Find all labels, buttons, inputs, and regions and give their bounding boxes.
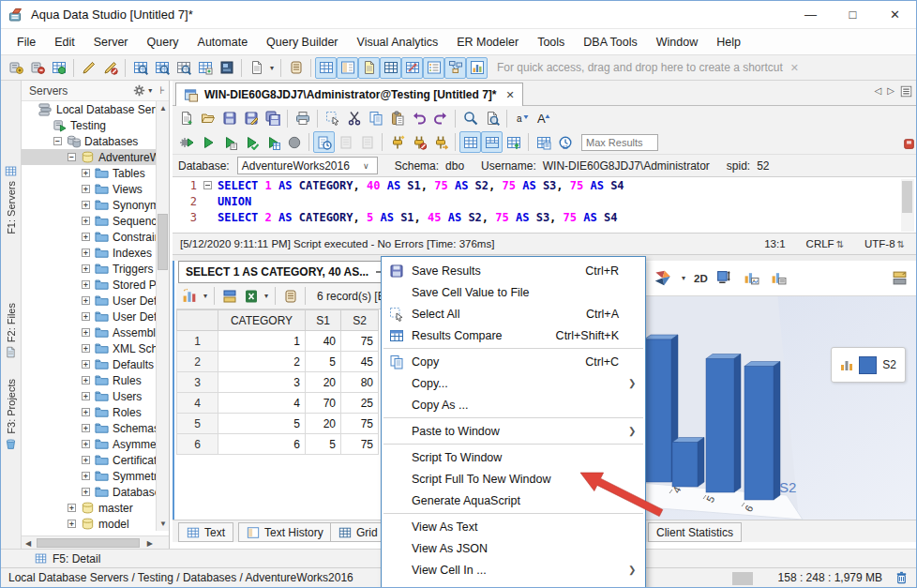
grid-cell[interactable]: 75 — [341, 434, 379, 455]
grid-cell[interactable]: 45 — [341, 352, 379, 372]
tree-vertical-scrollbar[interactable]: ▲ ▼ — [156, 101, 169, 531]
grid-cell[interactable]: 5 — [306, 352, 341, 372]
tree-item-indexes[interactable]: +Indexes — [22, 245, 157, 261]
editor-tab[interactable]: WIN-DIE60G8JDJ7\Administrator@Testing [U… — [175, 83, 523, 106]
form-view-icon[interactable] — [337, 57, 358, 79]
encoding-toggle-icon[interactable]: ⇅ — [897, 239, 905, 249]
menu-item-results-compare[interactable]: Results CompareCtrl+Shift+K — [382, 324, 645, 346]
tree-item-constraints[interactable]: +Constraints — [22, 229, 157, 245]
grid-cell[interactable]: 20 — [306, 372, 341, 393]
split-results-icon[interactable] — [481, 131, 503, 153]
grid-row-5[interactable]: 552075 — [177, 414, 379, 434]
line-ending-toggle-icon[interactable]: ⇅ — [836, 239, 844, 249]
expand-icon[interactable]: + — [82, 249, 90, 257]
grid-cell[interactable]: 4 — [218, 393, 306, 414]
tree-item-user-define[interactable]: +User Define — [22, 309, 157, 324]
quick-access-close-icon[interactable]: ✕ — [790, 62, 799, 74]
grid-cell[interactable]: 5 — [218, 414, 306, 434]
tab-text[interactable]: Text — [178, 522, 233, 542]
tree-item-user-define[interactable]: +User Define — [22, 293, 157, 309]
garbage-collect-icon[interactable] — [894, 570, 909, 585]
grid-view-icon[interactable] — [380, 57, 401, 79]
expand-icon[interactable]: + — [68, 504, 76, 512]
results-tab[interactable]: SELECT 1 AS CATEGORY, 40 AS... — [178, 261, 394, 283]
export-results-icon[interactable] — [218, 285, 240, 307]
menu-item-view-as-json[interactable]: View As JSON — [382, 537, 645, 559]
grid-cell[interactable]: 25 — [341, 393, 379, 414]
expand-icon[interactable]: + — [82, 280, 90, 289]
menu-item-copy[interactable]: CopyCtrl+C — [382, 351, 645, 372]
expand-icon[interactable]: + — [82, 360, 90, 369]
tree-item-tables[interactable]: +Tables — [22, 165, 157, 181]
expand-icon[interactable]: + — [82, 472, 90, 480]
text-view-icon[interactable] — [358, 57, 380, 79]
grid-row-4[interactable]: 447025 — [177, 393, 379, 414]
rollback-icon[interactable] — [356, 131, 378, 153]
grid-cell[interactable]: 2 — [218, 352, 306, 372]
menu-query[interactable]: Query — [139, 32, 188, 53]
menu-item-select-all[interactable]: Select AllCtrl+A — [382, 303, 645, 324]
menu-server[interactable]: Server — [85, 32, 137, 53]
excel-export-caret-icon[interactable]: ▾ — [262, 289, 271, 304]
tree-item-roles[interactable]: +Roles — [22, 404, 157, 420]
tree-item-views[interactable]: +Views — [22, 181, 157, 197]
tree-item-rules[interactable]: +Rules — [22, 372, 157, 388]
fold-marker-icon[interactable] — [197, 181, 218, 189]
tree-item-symmetric-k[interactable]: +Symmetric K — [22, 468, 157, 484]
chart-mode-toggle[interactable]: 2D — [694, 273, 708, 284]
grid-results-icon[interactable] — [459, 131, 481, 153]
editor-scrollbar[interactable] — [901, 179, 914, 232]
paste-icon[interactable] — [386, 108, 408, 129]
grid-cell[interactable]: 40 — [306, 331, 341, 352]
er-view-icon[interactable] — [444, 57, 466, 79]
row-number[interactable]: 4 — [177, 393, 218, 414]
pin-results-icon[interactable] — [503, 131, 524, 153]
new-file-icon[interactable] — [175, 108, 197, 129]
tree-item-stored-proc[interactable]: +Stored Proc — [22, 277, 157, 293]
copy-icon[interactable] — [365, 108, 386, 129]
export-image-icon[interactable] — [741, 267, 762, 289]
menu-item-copy-as[interactable]: Copy As ... — [382, 394, 645, 415]
tree-item-sequences[interactable]: +Sequences — [22, 213, 157, 229]
chart-type-caret-icon[interactable]: ▾ — [679, 271, 688, 286]
row-number[interactable]: 3 — [177, 372, 218, 393]
menu-help[interactable]: Help — [708, 32, 749, 53]
grid-cell[interactable]: 70 — [306, 393, 341, 414]
menu-window[interactable]: Window — [648, 32, 706, 53]
schedule-icon[interactable]: 12 — [554, 131, 576, 153]
menu-tools[interactable]: Tools — [529, 32, 573, 53]
menu-item-script-full-to-new-window[interactable]: Script Full To New Window — [382, 468, 645, 490]
expand-icon[interactable]: + — [82, 233, 90, 241]
encoding-value[interactable]: UTF-8 — [864, 238, 895, 249]
menu-item-view-results-in[interactable]: View Results In ...❯ — [382, 580, 645, 588]
max-results-input[interactable] — [581, 134, 658, 151]
grid-cell[interactable]: 3 — [218, 372, 306, 393]
col-header-s1[interactable]: S1 — [306, 310, 341, 331]
commit-icon[interactable] — [335, 131, 356, 153]
expand-icon[interactable]: + — [82, 217, 90, 225]
browse-table-icon[interactable] — [129, 57, 151, 79]
generate-script-alert-icon[interactable] — [99, 57, 121, 79]
menu-item-copy[interactable]: Copy...❯ — [382, 372, 645, 394]
grid-cell[interactable]: 6 — [218, 434, 306, 455]
font-decrease-icon[interactable]: a — [511, 108, 533, 129]
save-all-icon[interactable] — [262, 108, 283, 129]
unregister-server-icon[interactable] — [26, 57, 48, 79]
dropdown-caret-icon[interactable]: ▾ — [267, 60, 277, 75]
grid-cell[interactable]: 75 — [341, 414, 379, 434]
tree-item-local-database-servers[interactable]: Local Database Servers — [22, 101, 157, 117]
table-data-icon[interactable] — [315, 57, 337, 79]
panel-pin-icon[interactable]: ⊦ — [159, 84, 165, 97]
tree-item-model[interactable]: +model — [22, 516, 157, 531]
tree-horizontal-scrollbar[interactable]: ◀ ▶ — [22, 535, 170, 549]
grid-row-1[interactable]: 114075 — [177, 331, 379, 352]
grid-cell[interactable]: 80 — [341, 372, 379, 393]
chart-menu-icon[interactable] — [179, 285, 201, 307]
tree-item-triggers[interactable]: +Triggers — [22, 261, 157, 277]
stop-icon[interactable] — [283, 131, 305, 153]
chart-type-icon[interactable] — [652, 267, 673, 289]
panel-gear-caret-icon[interactable]: ▾ — [145, 83, 155, 98]
chart-legend[interactable]: S2 — [831, 347, 906, 383]
print-icon[interactable] — [292, 108, 313, 129]
chart-size-icon[interactable] — [714, 267, 735, 289]
